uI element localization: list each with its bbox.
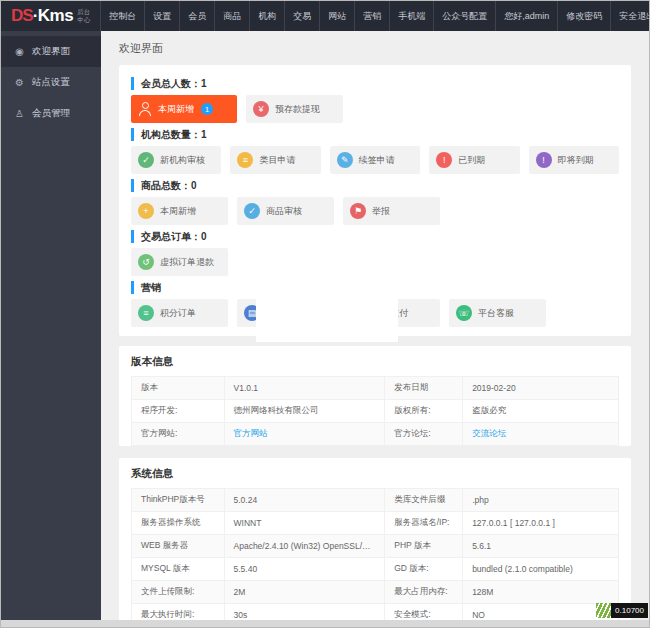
- page-title: 欢迎界面: [119, 41, 631, 56]
- stat-button-row: ↺虚拟订单退款: [131, 248, 619, 276]
- stat-button-label: 商品审核: [266, 205, 302, 218]
- field-link[interactable]: 官方网站: [224, 423, 385, 446]
- topbar-user-menu-item[interactable]: 安全退出: [610, 1, 649, 31]
- stat-button[interactable]: ☏平台客服: [449, 299, 546, 327]
- topbar-menu: 控制台设置会员商品机构交易网站营销手机端公众号配置: [100, 1, 495, 31]
- topbar-user-menu-item[interactable]: 您好,admin: [495, 1, 557, 31]
- field-label: 最大占用内存:: [385, 581, 463, 604]
- version-info-table: 版本V1.0.1发布日期2019-02-20程序开发:德州网络科技有限公司版权所…: [131, 376, 619, 446]
- sidebar-item-label: 会员管理: [32, 107, 70, 120]
- table-row: 官方网站:官方网站官方论坛:交流论坛: [132, 423, 619, 446]
- field-value: 128M: [463, 581, 619, 604]
- field-label: PHP 版本: [385, 535, 463, 558]
- field-value: 盗版必究: [463, 400, 619, 423]
- table-row: ThinkPHP版本号5.0.24类库文件后缀.php: [132, 489, 619, 512]
- field-label: 官方网站:: [132, 423, 225, 446]
- sidebar: ◉欢迎界面⚙站点设置♙会员管理: [1, 31, 101, 620]
- table-row: MYSQL 版本5.5.40GD 版本:bundled (2.1.0 compa…: [132, 558, 619, 581]
- version-info-panel: 版本信息 版本V1.0.1发布日期2019-02-20程序开发:德州网络科技有限…: [119, 346, 631, 446]
- trace-time: 0.10700: [611, 603, 648, 618]
- stat-button-label: 已到期: [458, 154, 485, 167]
- stat-button[interactable]: 本周新增1: [131, 95, 237, 123]
- table-row: 最大执行时间:30s安全模式:NO: [132, 604, 619, 621]
- field-label: 服务器域名/IP:: [385, 512, 463, 535]
- field-value: 127.0.0.1 [ 127.0.0.1 ]: [463, 512, 619, 535]
- user-icon: ♙: [14, 108, 25, 119]
- topbar-menu-item[interactable]: 控制台: [100, 1, 144, 31]
- topbar-menu-item[interactable]: 机构: [249, 1, 284, 31]
- field-label: 发布日期: [385, 377, 463, 400]
- logo-subtitle: 后台 中心: [77, 8, 90, 24]
- expiring-icon: !: [536, 152, 552, 168]
- field-value: 5.6.1: [463, 535, 619, 558]
- stat-button-label: 预存款提现: [275, 103, 320, 116]
- logo-ds-text: DS: [11, 6, 33, 26]
- field-value: 2M: [224, 581, 385, 604]
- app-logo[interactable]: DS ·Kms 后台 中心: [11, 6, 90, 26]
- field-value: Apache/2.4.10 (Win32) OpenSSL/1.0.1i mod…: [224, 535, 385, 558]
- category-apply-icon: ≡: [237, 152, 253, 168]
- field-label: 最大执行时间:: [132, 604, 225, 621]
- window-bottom-edge: [1, 620, 649, 627]
- topbar-user-menu-item[interactable]: 修改密码: [557, 1, 610, 31]
- refund-icon: ↺: [138, 254, 154, 270]
- stat-button[interactable]: ¥预存款提现: [246, 95, 343, 123]
- field-label: 版本: [132, 377, 225, 400]
- section-title: 交易总订单：0: [131, 230, 619, 243]
- topbar-menu-item[interactable]: 网站: [319, 1, 354, 31]
- sidebar-item[interactable]: ◉欢迎界面: [1, 36, 101, 67]
- table-row: 服务器操作系统WINNT服务器域名/IP:127.0.0.1 [ 127.0.0…: [132, 512, 619, 535]
- field-label: 官方论坛:: [385, 423, 463, 446]
- org-audit-icon: ✓: [138, 152, 154, 168]
- stat-button-label: 虚拟订单退款: [160, 256, 214, 269]
- stat-button[interactable]: ≡类目申请: [230, 146, 320, 174]
- field-label: 版权所有:: [385, 400, 463, 423]
- thinkphp-trace-icon[interactable]: [596, 603, 611, 618]
- topbar-menu-item[interactable]: 营销: [354, 1, 389, 31]
- stat-button[interactable]: ✓新机构审核: [131, 146, 221, 174]
- stat-button-row: 本周新增1¥预存款提现: [131, 95, 619, 123]
- stat-button-label: 新机构审核: [160, 154, 205, 167]
- sidebar-item[interactable]: ⚙站点设置: [1, 67, 101, 98]
- stat-button[interactable]: ✓商品审核: [237, 197, 334, 225]
- field-value: V1.0.1: [224, 377, 385, 400]
- stat-button[interactable]: ✎续签申请: [330, 146, 420, 174]
- topbar-menu-item[interactable]: 商品: [214, 1, 249, 31]
- topbar-menu-item[interactable]: 手机端: [389, 1, 433, 31]
- section-title: 商品总数：0: [131, 179, 619, 192]
- field-value: .php: [463, 489, 619, 512]
- sidebar-item[interactable]: ♙会员管理: [1, 98, 101, 129]
- system-info-panel: 系统信息 ThinkPHP版本号5.0.24类库文件后缀.php服务器操作系统W…: [119, 458, 631, 620]
- topbar-menu-item[interactable]: 交易: [284, 1, 319, 31]
- field-label: GD 版本:: [385, 558, 463, 581]
- stat-button-label: 即将到期: [558, 154, 594, 167]
- stat-button[interactable]: !即将到期: [529, 146, 619, 174]
- member-new-icon: [138, 102, 152, 116]
- field-link[interactable]: 交流论坛: [463, 423, 619, 446]
- stat-button-row: +本周新增✓商品审核⚑举报: [131, 197, 619, 225]
- system-info-table: ThinkPHP版本号5.0.24类库文件后缀.php服务器操作系统WINNT服…: [131, 488, 619, 620]
- topbar-menu-item[interactable]: 会员: [179, 1, 214, 31]
- table-row: WEB 服务器Apache/2.4.10 (Win32) OpenSSL/1.0…: [132, 535, 619, 558]
- topbar-user-menu: 您好,admin修改密码安全退出清理缓存访问首页: [495, 1, 649, 31]
- gear-icon: ⚙: [14, 77, 25, 88]
- field-value: 5.5.40: [224, 558, 385, 581]
- renew-apply-icon: ✎: [337, 152, 353, 168]
- table-row: 文件上传限制:2M最大占用内存:128M: [132, 581, 619, 604]
- field-value: 30s: [224, 604, 385, 621]
- stat-button[interactable]: ≡积分订单: [131, 299, 228, 327]
- withdraw-icon: ¥: [253, 101, 269, 117]
- topbar-menu-item[interactable]: 公众号配置: [433, 1, 495, 31]
- topbar-menu-item[interactable]: 设置: [144, 1, 179, 31]
- stat-button[interactable]: !已到期: [429, 146, 519, 174]
- stat-button[interactable]: ⚑举报: [343, 197, 440, 225]
- goods-new-icon: +: [138, 203, 154, 219]
- stat-button[interactable]: +本周新增: [131, 197, 228, 225]
- goods-audit-icon: ✓: [244, 203, 260, 219]
- stat-button[interactable]: ↺虚拟订单退款: [131, 248, 228, 276]
- section-title: 会员总人数：1: [131, 77, 619, 90]
- logo-kms-text: ·Kms: [33, 6, 74, 26]
- trace-badge: 0.10700: [596, 603, 648, 618]
- stat-button-label: 本周新增: [158, 103, 194, 116]
- report-icon: ⚑: [350, 203, 366, 219]
